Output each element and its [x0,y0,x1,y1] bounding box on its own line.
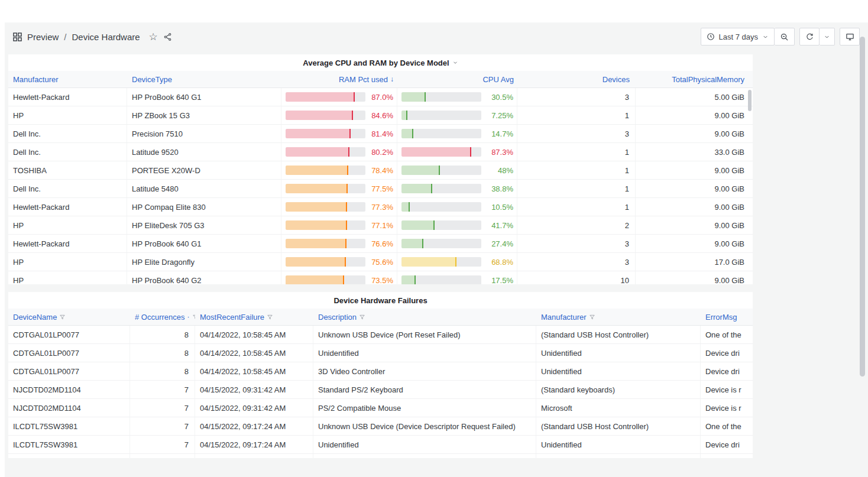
cell-device-type: HP EliteDesk 705 G3 [127,216,281,234]
cpu-gauge-track [401,257,481,267]
column-header-devicename[interactable]: DeviceName [8,309,130,325]
cell-manufacturer: HP [8,253,127,271]
filter-funnel-icon[interactable] [59,314,66,320]
cell-devices: 1 [517,198,636,216]
zoom-out-button[interactable] [775,28,795,46]
cell-manufacturer: Unidentified [536,436,701,453]
cpu-gauge-value: 27.4% [487,239,513,248]
filter-funnel-icon[interactable] [589,314,595,320]
cpu-gauge-fill [401,257,456,267]
ram-gauge-track [286,92,365,102]
cell-device-name: CDTGAL01LP0077 [8,362,130,380]
ram-gauge-track [286,202,365,212]
ram-gauge-track [286,257,365,267]
column-header-description[interactable]: Description [313,309,536,325]
cell-device-type: HP ZBook 15 G3 [127,106,281,124]
cell-devices: 3 [517,253,636,271]
cpu-gauge-track [401,129,481,138]
ram-gauge-value: 75.6% [367,258,393,267]
cell-device-type: PORTEGE X20W-D [127,161,281,179]
ram-gauge-cell: 77.1% [281,216,397,234]
cpu-gauge-track [401,275,481,284]
cell-error-msg: Device is r [701,381,753,398]
ram-gauge-fill [286,92,355,102]
cell-manufacturer: Microsoft [536,399,701,417]
column-header-occurrences[interactable]: # Occurrences· [130,309,195,325]
cpu-gauge-track [401,184,481,193]
table-row: Dell Inc.Precision 751081.4%14.7%39.00 G… [8,125,753,143]
cell-most-recent-failure: 04/14/2022, 10:58:45 AM [195,326,313,343]
cell-error-msg: Device dri [701,362,753,380]
cell-manufacturer: Unidentified [536,344,701,362]
cell-device-name: NJCDTD02MD1104 [8,381,130,398]
column-header-manufacturer[interactable]: Manufacturer [8,71,127,87]
page-scrollbar-thumb[interactable] [860,37,865,377]
ram-gauge-cell: 77.5% [281,180,397,197]
ram-gauge-fill [286,111,353,120]
ram-gauge-cell: 73.5% [281,271,397,284]
table-row: HPHP EliteDesk 705 G377.1%41.7%29.00 GiB [8,216,753,235]
time-range-picker[interactable]: Last 7 days [701,28,775,46]
cell-memory: 5.00 GiB [636,88,753,106]
cell-occurrences: 8 [130,326,195,343]
ram-gauge-value: 78.4% [367,166,393,175]
table-row: Hewlett-PackardHP ProBook 640 G187.0%30.… [8,88,753,106]
filter-funnel-icon[interactable] [359,314,365,320]
cell-most-recent-failure: 04/15/2022, 09:17:24 AM [195,436,313,453]
column-header-errormsg[interactable]: ErrorMsg [701,309,753,325]
cell-manufacturer: HP [8,106,127,124]
table-header: DeviceName # Occurrences· MostRecentFail… [8,309,753,326]
ram-gauge-value: 77.5% [367,184,393,193]
cell-memory: 33.0 GiB [636,143,753,161]
ram-gauge-track [286,184,365,193]
cell-devices: 10 [517,271,636,284]
cell-devices: 3 [517,125,636,142]
table-row: Dell Inc.Latitude 952080.2%87.3%133.0 Gi… [8,143,753,161]
cell-device-name: ILCDTL75SW3981 [8,436,130,453]
table-body: CDTGAL01LP0077804/14/2022, 10:58:45 AMUn… [8,326,753,458]
panel-title-text: Average CPU and RAM by Device Model [303,59,449,67]
cell-device-type: Precision 7510 [127,125,281,142]
column-header-devices[interactable]: Devices [517,71,636,87]
cell-memory: 9.00 GiB [636,271,753,284]
column-header-ram-pct[interactable]: RAM Pct used↓ [281,71,397,87]
panel-scrollbar-thumb[interactable] [748,90,752,111]
cell-memory: 9.00 GiB [636,235,753,252]
cycle-view-button[interactable] [840,28,860,46]
cpu-gauge-value: 48% [487,166,513,175]
cpu-gauge-cell: 27.4% [397,235,517,252]
cell-occurrences: 7 [130,436,195,453]
column-header-manufacturer[interactable]: Manufacturer [536,309,701,325]
refresh-button[interactable] [799,28,820,46]
breadcrumb-section[interactable]: Preview [27,32,59,42]
cell-memory: 9.00 GiB [636,125,753,142]
share-icon[interactable] [163,33,172,41]
dashboard-background: Preview / Device Hardware ☆ L [5,22,868,477]
column-header-cpu-avg[interactable]: CPU Avg [397,71,517,87]
cell-device-type: HP Elite Dragonfly [127,253,281,271]
column-header-devicetype[interactable]: DeviceType [127,71,281,87]
cell-manufacturer: Hewlett-Packard [8,198,127,216]
filter-funnel-icon[interactable] [267,314,273,320]
ram-gauge-fill [286,239,346,248]
panel-title[interactable]: Average CPU and RAM by Device Model [8,54,753,71]
breadcrumb-page[interactable]: Device Hardware [72,32,140,42]
cell-error-msg: Device is r [701,399,753,417]
column-header-memory[interactable]: TotalPhysicalMemory [636,71,753,87]
column-header-mostrecentfailure[interactable]: MostRecentFailure [195,309,313,325]
refresh-interval-dropdown[interactable] [820,28,835,46]
cell-device-type: HP ProBook 640 G2 [127,271,281,284]
dashboards-grid-icon[interactable] [13,33,22,41]
cell-manufacturer: HP [8,271,127,284]
ram-gauge-value: 77.3% [367,203,393,212]
cell-manufacturer: (Standard USB Host Controller) [536,417,701,435]
favorite-star-icon[interactable]: ☆ [149,32,158,42]
cell-empty [313,454,536,458]
table-row: ILCDTL75SW3981704/15/2022, 09:17:24 AMUn… [8,436,753,454]
ram-gauge-value: 81.4% [367,129,393,138]
panel-title[interactable]: Device Hardware Failures [8,292,753,309]
cpu-gauge-cell: 68.8% [397,253,517,271]
ram-gauge-track [286,239,365,248]
cell-memory: 9.00 GiB [636,198,753,216]
cell-manufacturer: (Standard USB Host Controller) [536,326,701,343]
